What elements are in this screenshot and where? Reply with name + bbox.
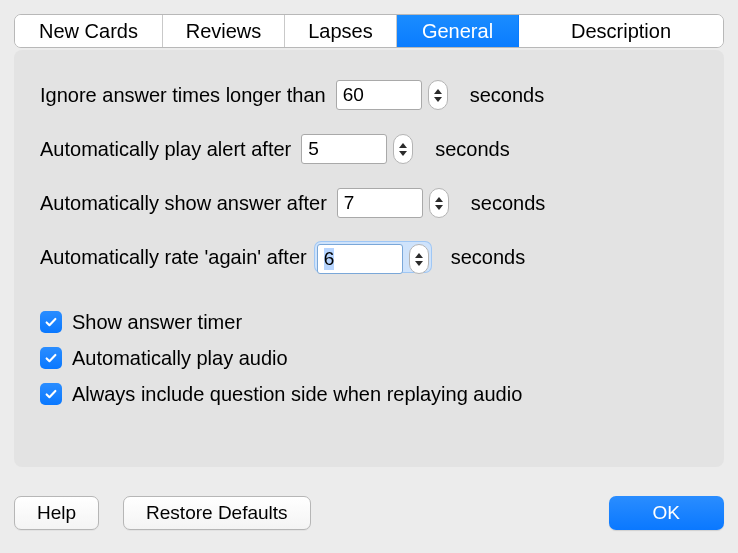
tab-bar: New Cards Reviews Lapses General Descrip… (14, 14, 724, 48)
button-label: Help (37, 502, 76, 524)
ignore-times-input[interactable] (336, 80, 422, 110)
checkbox-label: Automatically play audio (72, 347, 288, 370)
show-answer-stepper[interactable] (429, 188, 449, 218)
tab-label: Reviews (186, 20, 262, 43)
button-label: OK (653, 502, 680, 524)
checkbox-show-timer[interactable] (40, 311, 62, 333)
ignore-times-spinbox (336, 80, 448, 110)
stepper-up-icon[interactable] (415, 253, 423, 258)
rate-again-stepper[interactable] (409, 244, 429, 274)
setting-row-show-answer: Automatically show answer after seconds (40, 186, 698, 220)
checkmark-icon (44, 315, 58, 329)
tab-general[interactable]: General (397, 15, 519, 47)
setting-row-rate-again: Automatically rate 'again' after seconds (40, 240, 698, 274)
setting-label: Automatically play alert after (40, 138, 291, 161)
tab-lapses[interactable]: Lapses (285, 15, 397, 47)
setting-label: Automatically rate 'again' after (40, 246, 307, 269)
stepper-down-icon[interactable] (434, 97, 442, 102)
checkbox-auto-audio[interactable] (40, 347, 62, 369)
show-answer-input[interactable] (337, 188, 423, 218)
play-alert-spinbox (301, 134, 413, 164)
play-alert-stepper[interactable] (393, 134, 413, 164)
ignore-times-stepper[interactable] (428, 80, 448, 110)
general-settings-panel: Ignore answer times longer than seconds … (14, 50, 724, 467)
checkbox-include-question[interactable] (40, 383, 62, 405)
tab-label: New Cards (39, 20, 138, 43)
dialog-button-bar: Help Restore Defaults OK (14, 493, 724, 533)
stepper-down-icon[interactable] (435, 205, 443, 210)
unit-label: seconds (451, 246, 526, 269)
ok-button[interactable]: OK (609, 496, 724, 530)
play-alert-input[interactable] (301, 134, 387, 164)
tab-reviews[interactable]: Reviews (163, 15, 285, 47)
stepper-down-icon[interactable] (415, 261, 423, 266)
stepper-up-icon[interactable] (434, 89, 442, 94)
setting-label: Ignore answer times longer than (40, 84, 326, 107)
help-button[interactable]: Help (14, 496, 99, 530)
rate-again-input[interactable] (317, 244, 403, 274)
tab-label: General (422, 20, 493, 43)
stepper-up-icon[interactable] (435, 197, 443, 202)
rate-again-spinbox (315, 242, 431, 272)
checkbox-label: Always include question side when replay… (72, 383, 522, 406)
stepper-up-icon[interactable] (399, 143, 407, 148)
deck-options-window: New Cards Reviews Lapses General Descrip… (0, 0, 738, 553)
tab-new-cards[interactable]: New Cards (15, 15, 163, 47)
restore-defaults-button[interactable]: Restore Defaults (123, 496, 311, 530)
unit-label: seconds (435, 138, 510, 161)
tab-description[interactable]: Description (519, 15, 723, 47)
stepper-down-icon[interactable] (399, 151, 407, 156)
unit-label: seconds (471, 192, 546, 215)
checkbox-row-include-question[interactable]: Always include question side when replay… (40, 380, 698, 408)
setting-label: Automatically show answer after (40, 192, 327, 215)
checkmark-icon (44, 351, 58, 365)
button-label: Restore Defaults (146, 502, 288, 524)
tab-label: Description (571, 20, 671, 43)
setting-row-ignore-times: Ignore answer times longer than seconds (40, 78, 698, 112)
checkbox-row-auto-audio[interactable]: Automatically play audio (40, 344, 698, 372)
tab-label: Lapses (308, 20, 373, 43)
checkmark-icon (44, 387, 58, 401)
checkbox-row-show-timer[interactable]: Show answer timer (40, 308, 698, 336)
unit-label: seconds (470, 84, 545, 107)
checkbox-label: Show answer timer (72, 311, 242, 334)
show-answer-spinbox (337, 188, 449, 218)
setting-row-play-alert: Automatically play alert after seconds (40, 132, 698, 166)
